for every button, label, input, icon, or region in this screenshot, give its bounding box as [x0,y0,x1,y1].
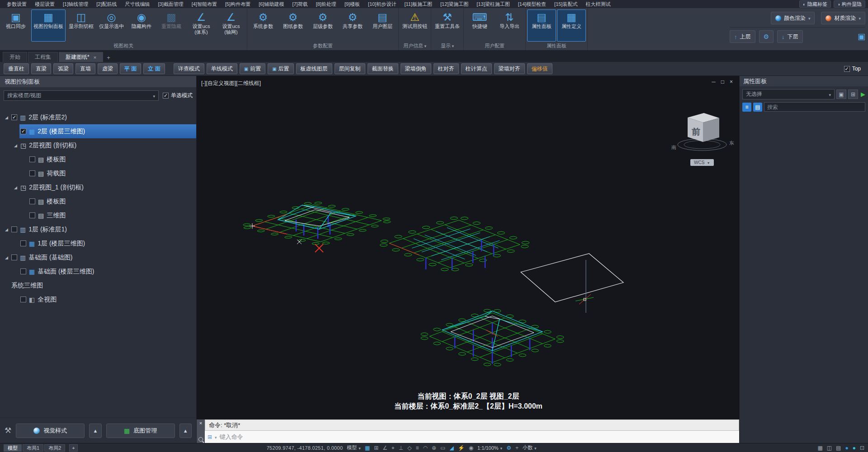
tree-item-full-view[interactable]: ◧全视图 [0,292,196,306]
customization-icon[interactable]: ⚙ [506,445,511,451]
set-ucs-system-button[interactable]: ∠设置ucs (体系) [187,9,216,42]
hardware-acceleration-icon[interactable]: ⚡ [458,445,465,451]
menu-item-19[interactable]: 柱大样测试 [581,1,614,8]
tree-item-body[interactable]: 系统三维图 [10,278,196,292]
ortho-mode-icon[interactable]: ⊥ [399,445,403,451]
show-section-box-button[interactable]: ◫显示剖切框 [66,9,96,42]
tree-item-body[interactable]: ▤三维图 [28,208,196,222]
tree-item-floor-1-standard[interactable]: ▥1层 (标准层1) [0,222,196,236]
tree-item-body[interactable]: ▤荷载图 [28,166,196,180]
snap-mode-icon[interactable]: ⊞ [374,445,378,451]
tree-item-slab-drawing-a[interactable]: ▤楼板图 [0,152,196,166]
upper-layer-button[interactable]: ↑ 上层 [730,30,755,43]
viewport-view-label[interactable]: [-][自定义视图][二维线框] [201,80,261,87]
message-center-icon[interactable]: ● [853,445,856,451]
selection-dropdown[interactable]: 无选择 [742,89,835,99]
model-view[interactable]: 前 南 东 WCS ▾ 当前视图：体系0_2层 视图_2层 当前楼层：体系0_标… [197,76,739,419]
property-definition-button[interactable]: ▦属性定义 [557,9,586,42]
straight-wall-button[interactable]: 直墙 [75,63,95,74]
bring-front-button[interactable]: ▣前置 [240,63,265,74]
drawing-params-button[interactable]: ⚙图纸参数 [278,9,307,42]
viewport-canvas[interactable]: 前 南 东 WCS ▾ 当前视图：体系0_2层 视图_2层 当前楼层：体系0_标… [197,76,739,419]
single-select-checkbox[interactable]: 单选模式 [163,92,193,99]
menu-item-4[interactable]: [2]配筋线 [92,1,121,8]
tree-item-slab-drawing-b[interactable]: ▤楼板图 [0,194,196,208]
add-scale-icon[interactable]: + [515,445,519,451]
document-tab-1[interactable]: 开始 [3,52,27,62]
object-snap-icon[interactable]: ⌖ [392,445,395,451]
close-icon[interactable]: × [730,79,733,85]
base-map-expand-button[interactable]: ▲ [179,424,192,438]
menu-item-9[interactable]: [6]辅助建模 [255,1,288,8]
tree-item-body[interactable]: ▤楼板图 [28,152,196,166]
tree-checkbox[interactable] [11,114,17,120]
tree-checkbox[interactable] [29,198,35,204]
single-line-mode-button[interactable]: 单线模式 [207,63,237,74]
tree-item-floor-2-standard[interactable]: ▥2层 (标准层2) [0,110,196,124]
model-space-toggle[interactable]: 模型 [347,444,361,451]
pick-window-icon[interactable]: ▣ [836,89,846,99]
restore-icon[interactable]: □ [721,79,724,85]
annotation-monitor-icon[interactable]: ▦ [817,445,822,451]
selection-filter-icon[interactable]: ⊞ [848,89,858,99]
copy-between-floors-button[interactable]: 层间复制 [335,63,365,74]
viewport-sync-button[interactable]: ▣视口同步 [1,9,30,42]
tree-item-three-d-drawing[interactable]: ▤三维图 [0,208,196,222]
view-control-panel-button[interactable]: ▦视图控制面板 [31,9,66,42]
show-selected-only-button[interactable]: ◎仅显示选中 [97,9,126,42]
properties-panel-button[interactable]: ▤属性面板 [527,9,556,42]
tree-item-floor-1-3d-view[interactable]: ▦1层 (楼层三维图) [0,236,196,250]
layout-tab-布局1[interactable]: 布局1 [23,444,43,452]
column-calc-point-button[interactable]: 柱计算点 [461,63,492,74]
tree-checkbox[interactable] [29,156,35,162]
menu-item-11[interactable]: [8]前处理 [312,1,340,8]
command-input-row[interactable]: ⊞ 键入命令 [205,431,739,443]
tree-item-body[interactable]: ▤楼板图 [28,194,196,208]
dynamic-ucs-icon[interactable]: ◢ [449,445,453,451]
lineweight-icon[interactable]: ≡ [416,445,419,451]
floor-view-search-dropdown[interactable]: 搜索楼层/视图 [4,90,159,101]
tree-item-body[interactable]: ▦2层 (楼层三维图) [19,124,196,138]
import-export-button[interactable]: ⇅导入导出 [495,9,524,42]
visual-style-button[interactable]: 视觉样式 [16,424,85,438]
send-back-button[interactable]: ▣后置 [268,63,293,74]
vertical-column-button[interactable]: 垂直柱 [4,63,29,74]
set-ucs-grid-button[interactable]: ∠设置ucs (轴网) [217,9,245,42]
virtual-beam-button[interactable]: 虚梁 [98,63,118,74]
wcs-chip[interactable]: WCS ▾ [690,159,714,166]
tree-checkbox[interactable] [29,212,35,218]
command-history-line[interactable]: 命令: *取消* [205,419,739,431]
color-render-button[interactable]: 颜色渲染 [771,12,815,24]
visual-style-expand-button[interactable]: ▲ [89,424,101,438]
menu-item-13[interactable]: [10]初步设计 [364,1,400,8]
tree-item-body[interactable]: ◳2层视图_1 (剖切框) [19,180,196,194]
document-tab-2[interactable]: 工程集 [28,52,58,62]
layout-tab-布局2[interactable]: 布局2 [44,444,65,452]
menu-item-2[interactable]: 楼层设置 [31,1,59,8]
tree-item-load-drawing[interactable]: ▤荷载图 [0,166,196,180]
quick-properties-icon[interactable]: ▤ [836,445,841,451]
zoom-control[interactable]: 1:1/100% [477,445,502,451]
hide-components-button[interactable]: ◉隐藏构件 [127,9,156,42]
tree-item-body[interactable]: ◳2层视图 (剖切框) [19,138,196,152]
search-icon[interactable] [198,437,203,442]
tree-expander-icon[interactable] [12,185,19,190]
tree-item-floor-2-3d-view[interactable]: ▦2层 (楼层三维图) [0,124,196,138]
tree-item-body[interactable]: ▥基础面 (基础图) [10,250,196,264]
column-align-button[interactable]: 柱对齐 [434,63,459,74]
section-replace-button[interactable]: 截面替换 [368,63,398,74]
layer-settings-button[interactable]: ⚙ [759,30,774,43]
network-status-icon[interactable]: ● [845,445,848,451]
isolate-objects-icon[interactable]: ◉ [469,445,473,451]
view-cube[interactable]: 前 南 东 [671,113,734,151]
shared-params-button[interactable]: ⚙共享参数 [338,9,367,42]
menu-item-15[interactable]: [12]梁施工图 [436,1,472,8]
tree-checkbox[interactable] [11,226,17,232]
cube-ring-left-label[interactable]: 南 [671,145,676,150]
component-visibility-button[interactable]: ◑ 构件显隐 [834,0,865,8]
straight-beam-button[interactable]: 直梁 [31,63,51,74]
tree-item-body[interactable]: ▦1层 (楼层三维图) [19,236,196,250]
new-tab-button[interactable]: + [104,53,113,62]
object-snap-tracking-icon[interactable]: ◠ [423,445,428,451]
tree-item-floor-2-view-section-box[interactable]: ◳2层视图 (剖切框) [0,138,196,152]
